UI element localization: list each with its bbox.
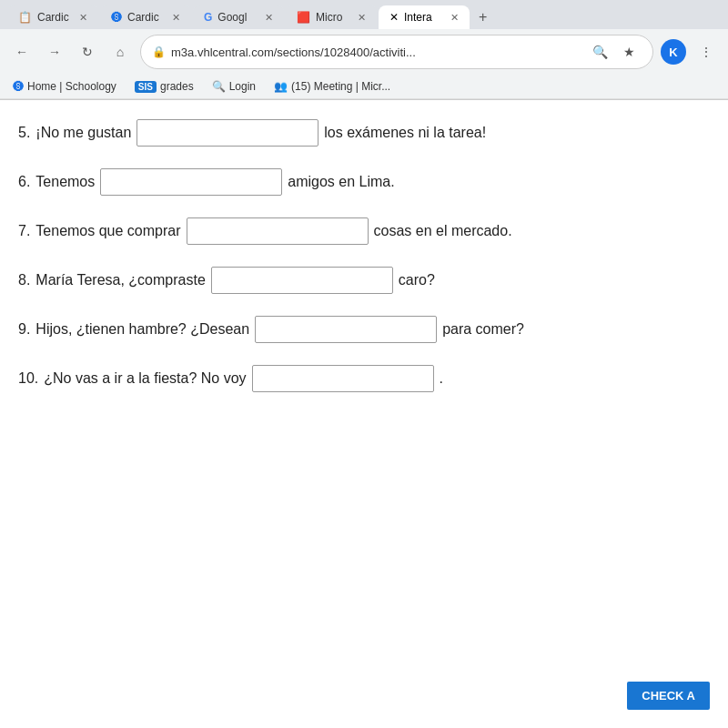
check-answers-button[interactable]: CHECK A [627, 682, 710, 710]
forward-button[interactable]: → [42, 39, 67, 65]
exercise-8-input[interactable] [211, 267, 393, 294]
bookmarks-bar: 🅢 Home | Schoology SIS grades 🔍 Login 👥 … [0, 75, 728, 99]
exercise-5-text-before: ¡No me gustan [35, 118, 131, 147]
exercise-9-text-after: para comer? [442, 315, 524, 344]
exercise-10-text-after: . [440, 364, 443, 393]
refresh-button[interactable]: ↻ [75, 39, 100, 65]
tab-icon-4: 🟥 [297, 11, 310, 24]
exercise-9-input[interactable] [255, 316, 437, 343]
browser-chrome: 📋 Cardic ✕ 🅢 Cardic ✕ G Googl ✕ 🟥 Micro … [0, 0, 728, 100]
exercise-5-number: 5. [18, 118, 30, 147]
exercise-7-input[interactable] [187, 217, 369, 245]
exercise-5-line: 5. ¡No me gustan los exámenes ni la tare… [18, 118, 710, 147]
bookmark-grades-label: grades [160, 80, 194, 93]
url-text: m3a.vhlcentral.com/sections/1028400/acti… [171, 46, 581, 59]
profile-button[interactable]: K [661, 39, 686, 65]
exercise-7: 7. Tenemos que comprar cosas en el merca… [18, 217, 710, 246]
tab-icon-1: 📋 [18, 11, 32, 24]
exercise-8-number: 8. [18, 266, 30, 295]
schoology-icon: 🅢 [13, 80, 24, 93]
address-bar[interactable]: 🔒 m3a.vhlcentral.com/sections/1028400/ac… [140, 35, 653, 69]
exercise-9-line: 9. Hijos, ¿tienen hambre? ¿Desean para c… [18, 315, 710, 344]
exercise-10-line: 10. ¿No vas a ir a la fiesta? No voy . [18, 364, 710, 393]
bookmark-login-label: Login [229, 80, 256, 93]
bookmark-schoology-label: Home | Schoology [27, 80, 116, 93]
tab-google[interactable]: G Googl ✕ [193, 5, 284, 29]
tab-label-4: Micro [316, 11, 342, 24]
lock-icon: 🔒 [152, 46, 166, 58]
new-tab-button[interactable]: + [471, 5, 494, 29]
exercise-6: 6. Tenemos amigos en Lima. [18, 167, 710, 197]
tab-close-2[interactable]: ✕ [172, 12, 180, 24]
address-bar-row: ← → ↻ ⌂ 🔒 m3a.vhlcentral.com/sections/10… [0, 29, 728, 75]
bookmark-grades[interactable]: SIS grades [131, 78, 197, 95]
exercise-10-number: 10. [18, 364, 38, 393]
home-button[interactable]: ⌂ [107, 39, 133, 65]
exercise-6-line: 6. Tenemos amigos en Lima. [18, 167, 710, 197]
exercise-9-text-before: Hijos, ¿tienen hambre? ¿Desean [35, 315, 249, 344]
exercise-6-text-before: Tenemos [35, 167, 95, 197]
exercise-5-text-after: los exámenes ni la tarea! [324, 118, 486, 147]
exercise-7-text-after: cosas en el mercado. [374, 217, 512, 246]
meeting-icon: 👥 [274, 80, 288, 93]
exercise-8-text-before: María Teresa, ¿compraste [35, 266, 205, 295]
page-content: 5. ¡No me gustan los exámenes ni la tare… [0, 100, 728, 728]
bookmark-meeting[interactable]: 👥 (15) Meeting | Micr... [270, 78, 394, 95]
exercise-5: 5. ¡No me gustan los exámenes ni la tare… [18, 118, 710, 147]
exercise-10-text-before: ¿No vas a ir a la fiesta? No voy [44, 364, 246, 393]
exercise-6-input[interactable] [100, 168, 282, 196]
exercise-9: 9. Hijos, ¿tienen hambre? ¿Desean para c… [18, 315, 710, 344]
back-button[interactable]: ← [9, 39, 35, 65]
tab-close-4[interactable]: ✕ [358, 12, 366, 24]
exercise-6-number: 6. [18, 167, 30, 197]
exercise-10: 10. ¿No vas a ir a la fiesta? No voy . [18, 364, 710, 393]
exercise-8-text-after: caro? [399, 266, 435, 295]
tab-icon-2: 🅢 [111, 11, 122, 24]
tab-icon-3: G [204, 11, 212, 24]
star-icon-btn[interactable]: ★ [616, 39, 642, 65]
exercise-6-text-after: amigos en Lima. [288, 167, 394, 197]
exercise-8: 8. María Teresa, ¿compraste caro? [18, 266, 710, 295]
exercise-9-number: 9. [18, 315, 30, 344]
tab-cardic-1[interactable]: 📋 Cardic ✕ [7, 5, 98, 29]
address-bar-actions: 🔍 ★ [587, 39, 642, 65]
exercise-7-text-before: Tenemos que comprar [35, 217, 180, 246]
tab-microsoft[interactable]: 🟥 Micro ✕ [286, 5, 377, 29]
tab-label-1: Cardic [37, 11, 69, 24]
tab-close-3[interactable]: ✕ [265, 12, 273, 24]
bookmark-login[interactable]: 🔍 Login [208, 78, 259, 95]
tab-label-5: Intera [404, 11, 432, 24]
tab-label-2: Cardic [127, 11, 159, 24]
sis-badge: SIS [135, 81, 157, 93]
exercise-7-line: 7. Tenemos que comprar cosas en el merca… [18, 217, 710, 246]
exercise-7-number: 7. [18, 217, 30, 246]
tab-label-3: Googl [217, 11, 247, 24]
exercise-10-input[interactable] [252, 365, 434, 392]
extensions-button[interactable]: ⋮ [693, 39, 719, 65]
tab-close-5[interactable]: ✕ [450, 12, 459, 24]
exercise-8-line: 8. María Teresa, ¿compraste caro? [18, 266, 710, 295]
tab-intera[interactable]: ✕ Intera ✕ [379, 5, 470, 29]
tab-icon-5: ✕ [389, 11, 399, 24]
bookmark-meeting-label: (15) Meeting | Micr... [291, 80, 390, 93]
tab-close-1[interactable]: ✕ [79, 12, 87, 24]
bookmark-schoology[interactable]: 🅢 Home | Schoology [9, 78, 120, 95]
tab-bar: 📋 Cardic ✕ 🅢 Cardic ✕ G Googl ✕ 🟥 Micro … [0, 0, 728, 29]
login-icon: 🔍 [212, 80, 226, 93]
search-icon-btn[interactable]: 🔍 [587, 39, 612, 65]
exercise-5-input[interactable] [136, 119, 318, 147]
tab-cardic-2[interactable]: 🅢 Cardic ✕ [100, 5, 191, 29]
